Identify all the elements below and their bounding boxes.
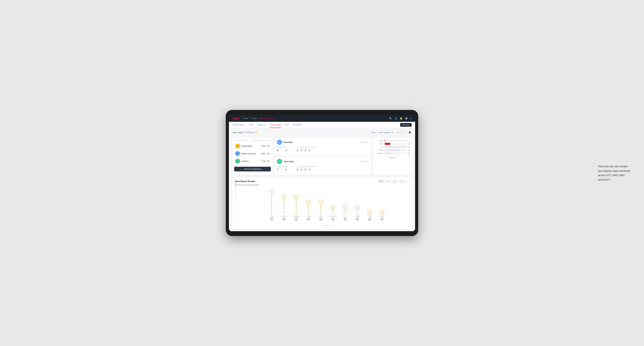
player-card-rees: RB Rees Britt 02 Sep 2023 Total Rounds T… xyxy=(275,138,371,156)
grid-view-button[interactable]: ⊞ xyxy=(395,131,399,134)
player-name-1[interactable]: Richard Butler xyxy=(241,145,252,147)
card-name-rees[interactable]: Rees Britt xyxy=(284,141,292,143)
show-controls: Show Last 3 months ⊞ ≡ ▤ ⬛ xyxy=(371,131,412,134)
svg-text:4: 4 xyxy=(264,206,265,208)
card-header-rees: RB Rees Britt 02 Sep 2023 xyxy=(277,140,369,145)
streak-btn-app[interactable]: APP xyxy=(385,180,391,183)
player-name-3[interactable]: Cameron... xyxy=(241,160,250,162)
cards-panel: RB Rees Britt 02 Sep 2023 Total Rounds T… xyxy=(275,138,371,175)
nav-links: Home Teams My Performance xyxy=(243,117,274,119)
svg-text:R. Britt: R. Britt xyxy=(319,215,322,217)
view-leaderboard-button[interactable]: View Full Leaderboard xyxy=(234,167,271,172)
card-date-josh: 26 Aug 2023 xyxy=(360,161,369,162)
col-pb-score: PB SCORE xyxy=(252,140,260,141)
search-icon[interactable]: 🔍 xyxy=(389,117,392,120)
pb-avg-2: 107 xyxy=(267,153,270,155)
rank-badge-3: 3 xyxy=(238,162,240,164)
main-content: Team Clippd | 14 Players ✏️ Show Last 3 … xyxy=(229,128,415,231)
streaks-header: Best Round Streaks ← OTT APP ARG PUTT → xyxy=(235,180,409,183)
divider xyxy=(293,148,294,154)
player-name-2[interactable]: Edward Crossman xyxy=(241,153,256,155)
streaks-title: Best Round Streaks ← xyxy=(235,180,259,183)
add-team-button[interactable]: Add Team xyxy=(400,123,412,127)
streak-y-axis-label: Best Streak, Fairway Accuracy xyxy=(234,178,236,197)
subnav-team-clippd[interactable]: Team Clippd xyxy=(270,122,281,128)
svg-text:J. Coles: J. Coles xyxy=(306,215,311,217)
svg-text:6: 6 xyxy=(264,196,265,198)
avatar-3: CA 3 xyxy=(235,159,240,164)
team-title: Team Clippd | 14 Players ✏️ xyxy=(232,131,258,134)
pb-score-2: 18/20 xyxy=(261,153,266,155)
svg-point-29 xyxy=(307,217,310,221)
svg-point-44 xyxy=(344,217,347,221)
sub-navigation: PGAT Players PGA Hcaps 1-5 Team Clippd T… xyxy=(229,122,415,128)
bar-bogeys-fill xyxy=(385,149,399,151)
streak-btn-arg[interactable]: ARG xyxy=(392,180,398,183)
svg-point-54 xyxy=(368,217,372,221)
pb-score-3: 17/20 xyxy=(261,160,266,162)
practice-activities-josh: Total Practice Activities OTT 0 APP 0 xyxy=(297,166,317,171)
chart-title: Total Shots xyxy=(375,157,410,159)
table-view-button[interactable]: ⬛ xyxy=(408,131,412,134)
svg-text:6x: 6x xyxy=(296,196,297,198)
svg-point-59 xyxy=(380,217,384,221)
arrow-indicator-icon: ← xyxy=(256,180,259,183)
chart-x-labels: 0 200 400 xyxy=(375,155,410,157)
avatar-1: RB 1 xyxy=(235,144,240,149)
list-view-button[interactable]: ≡ xyxy=(399,131,403,134)
svg-text:M. Miller: M. Miller xyxy=(355,215,360,217)
card-header-josh: JC Josh Coles 26 Aug 2023 xyxy=(277,159,369,164)
user-icon[interactable]: 👤 xyxy=(394,117,397,120)
nav-home[interactable]: Home xyxy=(243,117,248,119)
card-view-button[interactable]: ▤ xyxy=(404,131,408,134)
subnav-hcaps[interactable]: Hcaps 1-5 xyxy=(257,122,266,128)
view-icons: ⊞ ≡ ▤ ⬛ xyxy=(395,131,412,134)
player-info-2: EC 2 Edward Crossman xyxy=(235,151,260,156)
svg-text:5x: 5x xyxy=(308,201,309,203)
card-avatar-rees: RB xyxy=(277,140,282,145)
card-name-josh[interactable]: Josh Coles xyxy=(284,161,294,163)
table-row: CA 3 Cameron... 17/20 103 xyxy=(234,158,271,165)
nav-teams[interactable]: Teams xyxy=(251,117,257,119)
subnav-pgat[interactable]: PGAT Players xyxy=(232,122,245,128)
leaderboard-header: PLAYER NAME PB SCORE PB AVG SQ xyxy=(234,140,271,142)
svg-text:E. Ebert: E. Ebert xyxy=(270,215,274,217)
col-player-name: PLAYER NAME xyxy=(235,140,251,141)
bar-pars-fill xyxy=(385,146,406,148)
streaks-section: Best Round Streaks ← OTT APP ARG PUTT → … xyxy=(232,177,412,229)
period-select[interactable]: Last 3 months xyxy=(377,131,394,134)
subnav-tour[interactable]: Tour xyxy=(285,122,289,128)
bar-dbogeys-container xyxy=(385,152,406,154)
subnav-all-players[interactable]: All Players xyxy=(293,122,302,128)
streak-btn-ott[interactable]: OTT xyxy=(378,180,384,183)
streak-subtitle: Off The Tee, Fairway Accuracy xyxy=(235,184,409,186)
card-avatar-josh: JC xyxy=(277,159,282,164)
table-row: EC 2 Edward Crossman 18/20 107 xyxy=(234,150,271,158)
card-date-rees: 02 Sep 2023 xyxy=(360,141,369,143)
edit-icon[interactable]: ✏️ xyxy=(255,131,258,134)
pb-avg-3: 103 xyxy=(267,160,270,162)
callout-annotation: Here you can see streaks your players ha… xyxy=(598,164,630,182)
nav-my-performance[interactable]: My Performance xyxy=(260,117,274,119)
pb-score-1: 19/20 xyxy=(261,145,266,147)
show-label: Show xyxy=(371,132,376,134)
player-info-3: CA 3 Cameron... xyxy=(235,159,260,164)
arrow-indicator-right-icon: → xyxy=(406,180,409,183)
avatar-icon[interactable]: ● xyxy=(410,117,412,120)
svg-point-24 xyxy=(294,217,298,221)
svg-text:7x: 7x xyxy=(271,191,272,192)
player-info-1: RB 1 Richard Butler xyxy=(235,144,260,149)
subnav-pga[interactable]: PGA xyxy=(249,122,254,128)
svg-text:D. Billingham: D. Billingham xyxy=(292,215,300,217)
chart-panel: Eagles 3 Birdies 96 xyxy=(373,138,412,175)
svg-point-34 xyxy=(319,217,322,221)
leaderboard-panel: PLAYER NAME PB SCORE PB AVG SQ RB 1 Rich… xyxy=(232,138,273,175)
avatar-2: EC 2 xyxy=(235,151,240,156)
svg-text:D. Ford: D. Ford xyxy=(343,215,347,217)
bell-icon[interactable]: 🔔 xyxy=(400,117,402,120)
streak-btn-putt[interactable]: PUTT xyxy=(398,180,406,183)
nav-right-icons: 🔍 👤 🔔 ⚙️ ● xyxy=(389,117,412,120)
bar-bogeys: Bogeys 311 xyxy=(375,149,410,151)
col-pb-avg: PB AVG SQ xyxy=(262,140,270,141)
settings-icon[interactable]: ⚙️ xyxy=(405,117,408,120)
